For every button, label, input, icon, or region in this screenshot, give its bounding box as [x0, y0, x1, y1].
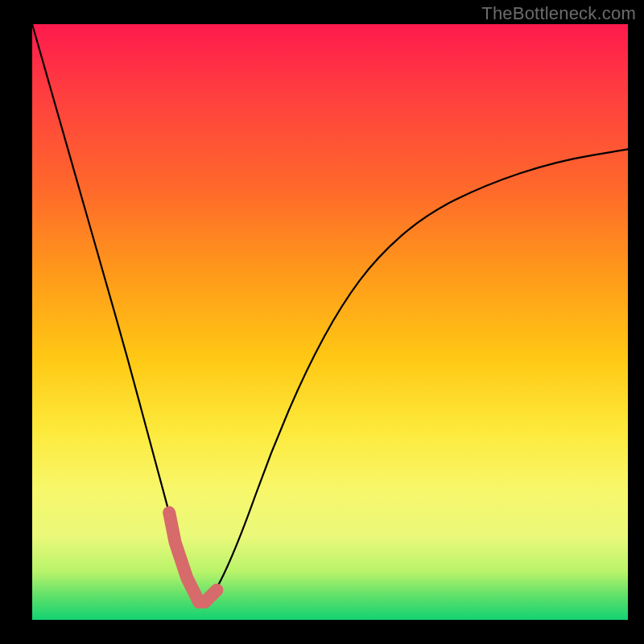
curve-svg — [32, 24, 628, 620]
plot-area — [32, 24, 628, 620]
bottleneck-curve-path — [32, 24, 628, 599]
near-zero-highlight-path — [169, 513, 217, 602]
watermark-text: TheBottleneck.com — [481, 3, 636, 24]
chart-frame: TheBottleneck.com — [0, 0, 644, 644]
